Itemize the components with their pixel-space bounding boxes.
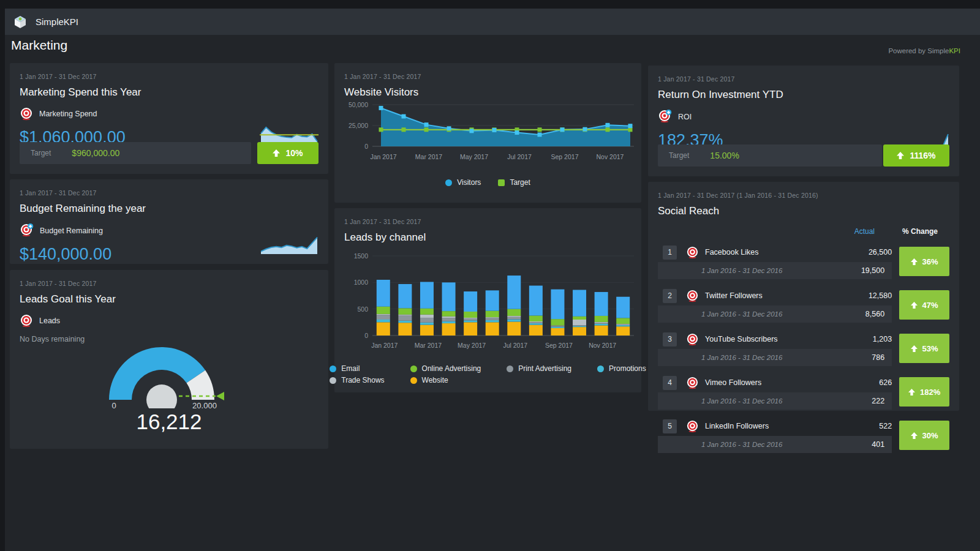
- days-remaining-note: No Days remaining: [20, 335, 318, 343]
- page-title: Marketing: [11, 38, 67, 53]
- panel-leads-by-channel: 1 Jan 2017 - 31 Dec 2017 Leads by channe…: [334, 208, 641, 392]
- actual-value: 1,203: [873, 335, 892, 343]
- chart-legend: VisitorsTarget: [344, 178, 631, 187]
- table-header: Actual % Change: [658, 227, 949, 236]
- svg-text:Sep 2017: Sep 2017: [551, 153, 579, 160]
- social-reach-row[interactable]: 2 Twitter Followers 12,580 1 Jan 2016 - …: [658, 287, 949, 323]
- legend-swatch: [507, 365, 513, 372]
- date-range: 1 Jan 2017 - 31 Dec 2017: [20, 280, 318, 287]
- panel-social-reach: 1 Jan 2017 - 31 Dec 2017 (1 Jan 2016 - 3…: [648, 182, 959, 411]
- column-header-actual: Actual: [832, 227, 875, 236]
- svg-text:Jul 2017: Jul 2017: [503, 342, 527, 349]
- previous-period-label: 1 Jan 2016 - 31 Dec 2016: [701, 397, 782, 405]
- panel-title: Return On Investment YTD: [658, 89, 949, 101]
- legend-item[interactable]: Target: [498, 178, 530, 187]
- svg-text:Nov 2017: Nov 2017: [597, 153, 624, 160]
- panel-title: Website Visitors: [344, 86, 631, 99]
- date-range: 1 Jan 2017 - 31 Dec 2017: [344, 73, 631, 80]
- svg-text:20,000: 20,000: [192, 401, 217, 408]
- social-reach-row[interactable]: 4 Vimeo Followers 626 1 Jan 2016 - 31 De…: [658, 374, 949, 410]
- actual-value: 626: [879, 378, 892, 387]
- date-range: 1 Jan 2017 - 31 Dec 2017: [20, 73, 318, 80]
- change-badge: 10%: [257, 142, 318, 164]
- date-range: 1 Jan 2017 - 31 Dec 2017: [658, 75, 949, 83]
- kpi-target-icon: [686, 333, 699, 346]
- previous-period-label: 1 Jan 2016 - 31 Dec 2016: [701, 310, 782, 318]
- kpi-name: Vimeo Followers: [705, 378, 761, 387]
- previous-period-row: 1 Jan 2016 - 31 Dec 2016 401: [658, 436, 892, 453]
- kpi-label: Marketing Spend: [39, 110, 97, 118]
- change-value: 1116%: [910, 151, 935, 160]
- kpi-target-icon: [686, 246, 699, 259]
- social-reach-row[interactable]: 1 Facebook Likes 26,500 1 Jan 2016 - 31 …: [658, 244, 949, 279]
- legend-label: Online Advertising: [422, 364, 481, 373]
- legend-label: Email: [341, 364, 360, 373]
- change-value: 36%: [922, 257, 938, 266]
- rank-badge: 5: [663, 419, 677, 433]
- legend-swatch: [330, 365, 336, 372]
- kpi-label: Leads: [39, 317, 60, 325]
- kpi-name: Twitter Followers: [705, 291, 763, 300]
- previous-period-row: 1 Jan 2016 - 31 Dec 2016 19,500: [658, 262, 892, 279]
- gauge-svg: 020,000: [86, 343, 252, 408]
- svg-text:Jan 2017: Jan 2017: [370, 153, 396, 160]
- panel-website-visitors: 1 Jan 2017 - 31 Dec 2017 Website Visitor…: [334, 63, 641, 203]
- change-badge: 182%: [899, 377, 949, 407]
- svg-text:0: 0: [111, 401, 116, 408]
- up-arrow-icon: [911, 302, 918, 309]
- powered-by-link[interactable]: Powered by SimpleKPI: [888, 47, 960, 54]
- legend-item[interactable]: Online Advertising: [410, 364, 481, 373]
- gauge-chart: 020,000 16,212: [10, 343, 328, 434]
- date-range: 1 Jan 2017 - 31 Dec 2017 (1 Jan 2016 - 3…: [658, 192, 949, 199]
- panel-roi: 1 Jan 2017 - 31 Dec 2017 Return On Inves…: [648, 66, 959, 176]
- gauge-value: 16,212: [136, 410, 202, 434]
- svg-text:0: 0: [364, 143, 368, 150]
- panel-leads-goal: 1 Jan 2017 - 31 Dec 2017 Leads Goal this…: [10, 270, 328, 449]
- svg-text:1000: 1000: [354, 279, 369, 286]
- change-badge: 30%: [899, 421, 949, 450]
- up-arrow-icon: [911, 432, 918, 439]
- target-bar: Target 15.00%: [658, 144, 882, 167]
- svg-text:Nov 2017: Nov 2017: [589, 342, 616, 349]
- legend-swatch: [410, 365, 417, 372]
- legend-swatch: [498, 179, 505, 186]
- area-chart: 025,00050,000Jan 2017Mar 2017May 2017Jul…: [344, 100, 641, 166]
- legend-item[interactable]: Website: [410, 376, 481, 384]
- up-arrow-icon: [911, 345, 918, 352]
- panel-budget-remaining: 1 Jan 2017 - 31 Dec 2017 Budget Remainin…: [10, 179, 328, 264]
- panel-title: Leads Goal this Year: [20, 293, 318, 305]
- legend-swatch: [410, 377, 417, 384]
- legend-label: Promotions: [609, 364, 646, 373]
- change-badge: 53%: [899, 334, 949, 363]
- target-label: Target: [31, 149, 51, 157]
- legend-label: Target: [510, 178, 530, 187]
- previous-period-label: 1 Jan 2016 - 31 Dec 2016: [701, 354, 782, 361]
- legend-item[interactable]: Trade Shows: [330, 376, 384, 384]
- previous-period-label: 1 Jan 2016 - 31 Dec 2016: [701, 441, 782, 448]
- svg-text:500: 500: [357, 305, 368, 313]
- target-value: 15.00%: [710, 151, 739, 160]
- kpi-name: Facebook Likes: [705, 248, 759, 257]
- svg-text:Jul 2017: Jul 2017: [507, 153, 532, 160]
- social-reach-row[interactable]: 5 LinkedIn Followers 522 1 Jan 2016 - 31…: [658, 418, 949, 453]
- svg-text:Jan 2017: Jan 2017: [371, 342, 398, 349]
- kpi-target-icon: [20, 314, 33, 328]
- social-reach-row[interactable]: 3 YouTube Subscribers 1,203 1 Jan 2016 -…: [658, 331, 949, 366]
- kpi-target-icon: [20, 107, 33, 121]
- rank-badge: 2: [663, 289, 677, 303]
- panel-title: Budget Remaining the year: [20, 203, 318, 215]
- legend-item[interactable]: Visitors: [445, 178, 481, 187]
- kpi-target-plus-icon: [658, 110, 672, 124]
- change-value: 53%: [922, 344, 938, 353]
- change-badge: 1116%: [883, 144, 949, 167]
- legend-label: Trade Shows: [341, 376, 384, 384]
- svg-text:0: 0: [364, 332, 368, 339]
- legend-item[interactable]: Email: [330, 364, 384, 373]
- rank-badge: 3: [663, 332, 677, 347]
- panel-title: Leads by channel: [344, 231, 631, 244]
- previous-value: 222: [872, 397, 884, 405]
- legend-item[interactable]: Promotions: [597, 364, 646, 373]
- simplekpi-logo-icon: [12, 14, 28, 30]
- legend-item[interactable]: Print Advertising: [507, 364, 571, 373]
- change-value: 182%: [920, 388, 940, 397]
